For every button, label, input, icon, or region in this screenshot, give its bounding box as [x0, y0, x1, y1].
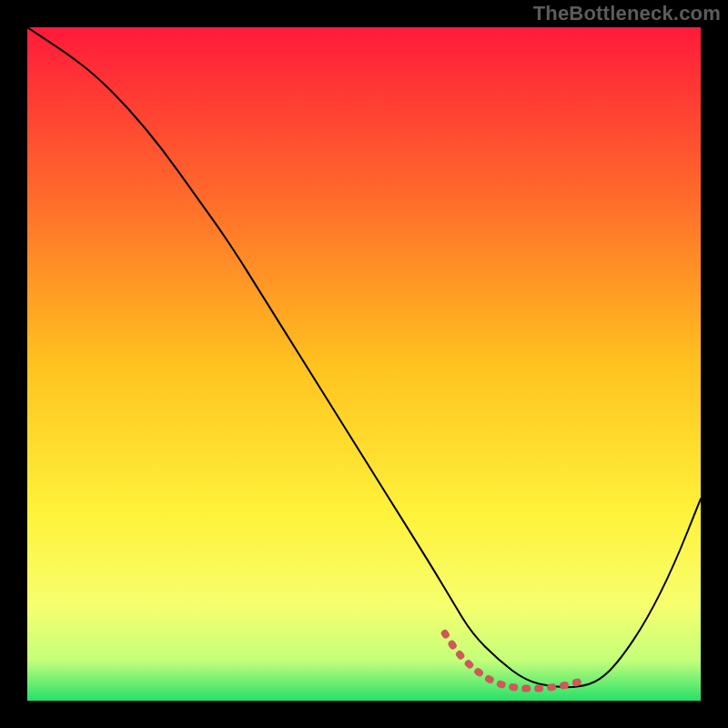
gradient-background — [27, 27, 701, 701]
watermark-text: TheBottleneck.com — [533, 2, 721, 25]
chart-frame: TheBottleneck.com — [0, 0, 728, 728]
bottleneck-chart — [27, 27, 701, 701]
plot-area — [27, 27, 701, 701]
